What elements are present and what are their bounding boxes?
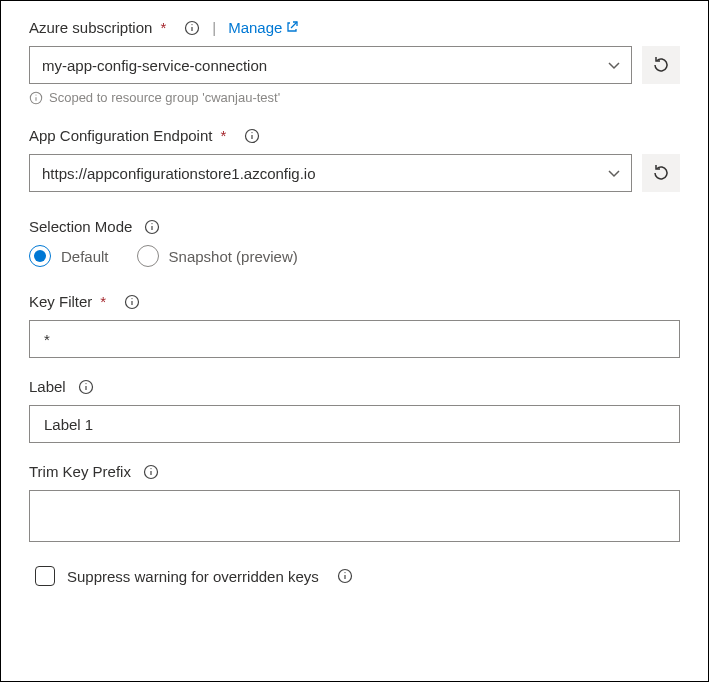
- radio-snapshot-label: Snapshot (preview): [169, 248, 298, 265]
- refresh-button[interactable]: [642, 154, 680, 192]
- trim-prefix-label-row: Trim Key Prefix: [29, 463, 680, 480]
- subscription-label-row: Azure subscription * | Manage: [29, 19, 680, 36]
- suppress-row: Suppress warning for overridden keys: [29, 566, 680, 586]
- info-icon[interactable]: [337, 568, 353, 584]
- trim-prefix-block: Trim Key Prefix: [29, 463, 680, 542]
- info-icon[interactable]: [184, 20, 200, 36]
- label-input-wrap: [29, 405, 680, 443]
- chevron-down-icon: [607, 58, 621, 72]
- chevron-down-icon: [607, 166, 621, 180]
- endpoint-label-row: App Configuration Endpoint *: [29, 127, 680, 144]
- endpoint-row: https://appconfigurationstore1.azconfig.…: [29, 154, 680, 192]
- subscription-row: my-app-config-service-connection: [29, 46, 680, 84]
- required-asterisk: *: [160, 19, 166, 36]
- svg-point-23: [344, 572, 345, 573]
- svg-point-11: [152, 223, 153, 224]
- key-filter-input[interactable]: [42, 330, 667, 349]
- divider: |: [212, 19, 216, 36]
- info-icon[interactable]: [124, 294, 140, 310]
- info-icon[interactable]: [143, 464, 159, 480]
- info-icon[interactable]: [144, 219, 160, 235]
- label-field-label: Label: [29, 378, 66, 395]
- radio-dot: [34, 250, 46, 262]
- manage-link[interactable]: Manage: [228, 19, 298, 36]
- key-filter-block: Key Filter *: [29, 293, 680, 358]
- trim-prefix-input[interactable]: [42, 499, 667, 541]
- svg-point-5: [35, 94, 36, 95]
- required-asterisk: *: [100, 293, 106, 310]
- endpoint-label: App Configuration Endpoint: [29, 127, 212, 144]
- endpoint-select[interactable]: https://appconfigurationstore1.azconfig.…: [29, 154, 632, 192]
- key-filter-input-wrap: [29, 320, 680, 358]
- svg-point-2: [192, 24, 193, 25]
- selection-mode-label: Selection Mode: [29, 218, 132, 235]
- scope-note-text: Scoped to resource group 'cwanjau-test': [49, 90, 280, 105]
- suppress-label: Suppress warning for overridden keys: [67, 568, 319, 585]
- form-panel: Azure subscription * | Manage my-app-con…: [0, 0, 709, 682]
- subscription-select[interactable]: my-app-config-service-connection: [29, 46, 632, 84]
- suppress-checkbox[interactable]: [35, 566, 55, 586]
- info-icon[interactable]: [244, 128, 260, 144]
- svg-point-14: [132, 298, 133, 299]
- radio-snapshot[interactable]: Snapshot (preview): [137, 245, 298, 267]
- radio-default-label: Default: [61, 248, 109, 265]
- info-icon: [29, 91, 43, 105]
- svg-point-20: [150, 468, 151, 469]
- radio-default[interactable]: Default: [29, 245, 109, 267]
- selection-mode-label-row: Selection Mode: [29, 218, 680, 235]
- manage-link-text: Manage: [228, 19, 282, 36]
- subscription-value: my-app-config-service-connection: [42, 57, 267, 74]
- label-input[interactable]: [42, 415, 667, 434]
- key-filter-label: Key Filter: [29, 293, 92, 310]
- endpoint-value: https://appconfigurationstore1.azconfig.…: [42, 165, 316, 182]
- radio-circle-selected: [29, 245, 51, 267]
- info-icon[interactable]: [78, 379, 94, 395]
- refresh-button[interactable]: [642, 46, 680, 84]
- radio-circle: [137, 245, 159, 267]
- svg-point-8: [252, 132, 253, 133]
- scope-note: Scoped to resource group 'cwanjau-test': [29, 90, 680, 105]
- required-asterisk: *: [220, 127, 226, 144]
- label-field-block: Label: [29, 378, 680, 443]
- selection-mode-radios: Default Snapshot (preview): [29, 245, 680, 267]
- label-field-label-row: Label: [29, 378, 680, 395]
- svg-point-17: [85, 383, 86, 384]
- subscription-label: Azure subscription: [29, 19, 152, 36]
- trim-prefix-label: Trim Key Prefix: [29, 463, 131, 480]
- key-filter-label-row: Key Filter *: [29, 293, 680, 310]
- trim-prefix-input-wrap: [29, 490, 680, 542]
- external-link-icon: [286, 19, 298, 36]
